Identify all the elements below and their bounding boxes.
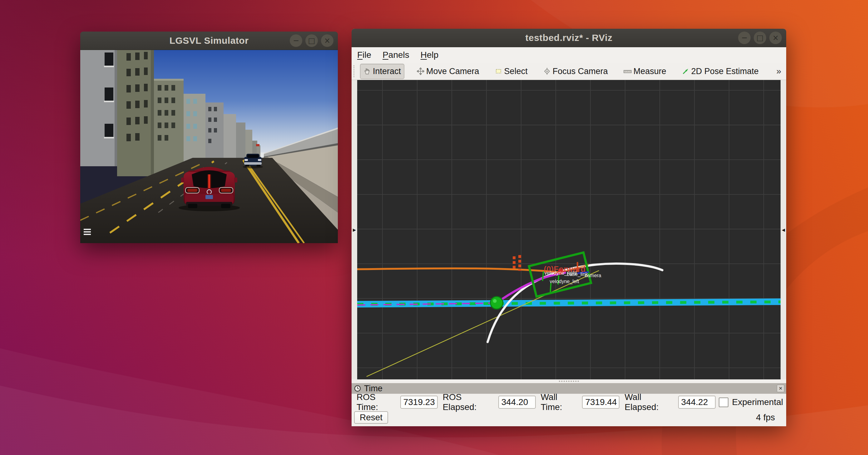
move-camera-icon xyxy=(417,67,424,75)
rviz-window: testbed.rviz* - RViz − □ × File Panels H… xyxy=(351,29,786,424)
waypoint-sphere xyxy=(491,296,503,309)
focus-camera-icon xyxy=(543,67,551,75)
maximize-button[interactable]: □ xyxy=(305,34,318,47)
desktop: LGSVL Simulator − □ × xyxy=(0,0,868,455)
lgsvl-window: LGSVL Simulator − □ × xyxy=(80,32,338,243)
wall-elapsed-field[interactable]: 344.22 xyxy=(678,396,716,409)
ros-elapsed-label: ROS Elapsed: xyxy=(443,392,495,412)
pose-estimate-arrow-icon xyxy=(682,67,689,75)
hamburger-menu-icon[interactable] xyxy=(84,229,91,235)
tf-label-velodyne-left: velodyne_left xyxy=(550,279,580,284)
guide-line xyxy=(367,271,599,376)
focus-camera-tool-button[interactable]: Focus Camera xyxy=(540,64,611,79)
menu-help[interactable]: Help xyxy=(421,50,439,60)
simulator-scene xyxy=(80,50,338,243)
far-vehicle xyxy=(256,144,259,146)
experimental-label: Experimental xyxy=(732,397,783,407)
time-panel-header: Time ✕ xyxy=(351,383,786,394)
wall-time-label: Wall Time: xyxy=(541,392,579,412)
time-panel-close-button[interactable]: ✕ xyxy=(777,385,784,392)
measure-ruler-icon xyxy=(623,67,632,75)
rviz-window-controls: − □ × xyxy=(738,29,782,47)
measure-tool-button[interactable]: Measure xyxy=(620,64,670,79)
fps-indicator: 4 fps xyxy=(756,413,775,423)
rviz-main-area: ▸ xyxy=(351,80,786,379)
experimental-checkbox[interactable] xyxy=(719,398,728,407)
pose-estimate-tool-button[interactable]: 2D Pose Estimate xyxy=(679,64,762,79)
lgsvl-window-title: LGSVL Simulator xyxy=(169,35,249,46)
interact-hand-icon xyxy=(364,67,371,75)
tool-bar: Interact Move Camera Select xyxy=(351,63,786,80)
red-car xyxy=(179,167,240,211)
close-button[interactable]: × xyxy=(769,32,782,44)
select-icon xyxy=(495,67,502,75)
maximize-button[interactable]: □ xyxy=(754,32,766,44)
lgsvl-titlebar[interactable]: LGSVL Simulator − □ × xyxy=(80,32,338,50)
toolbar-overflow-chevron[interactable]: » xyxy=(776,66,781,76)
ros-time-label: ROS Time: xyxy=(356,392,397,412)
menu-panels[interactable]: Panels xyxy=(382,50,409,60)
menu-bar: File Panels Help xyxy=(351,47,786,63)
move-camera-tool-button[interactable]: Move Camera xyxy=(414,64,483,79)
minimize-button[interactable]: − xyxy=(290,34,302,47)
ros-time-field[interactable]: 7319.23 xyxy=(400,396,438,409)
rviz-window-title: testbed.rviz* - RViz xyxy=(525,32,613,43)
wall-time-field[interactable]: 7319.44 xyxy=(582,396,619,409)
clock-icon xyxy=(354,385,361,392)
panel-splitter[interactable] xyxy=(351,379,786,383)
wall-elapsed-label: Wall Elapsed: xyxy=(624,392,675,412)
lgsvl-viewport[interactable] xyxy=(80,50,338,243)
minimize-button[interactable]: − xyxy=(738,32,751,44)
right-panel-expand-handle[interactable]: ◂ xyxy=(781,80,786,379)
reset-button[interactable]: Reset xyxy=(354,411,388,424)
rviz-scene: (0)Forward velodyne_right base_link came… xyxy=(357,80,781,379)
close-button[interactable]: × xyxy=(321,34,334,47)
rviz-titlebar[interactable]: testbed.rviz* - RViz − □ × xyxy=(351,29,786,47)
left-panel-expand-handle[interactable]: ▸ xyxy=(351,80,357,379)
time-panel-footer: Reset 4 fps xyxy=(351,410,786,426)
tf-label-camera: camera xyxy=(585,273,601,278)
lgsvl-window-controls: − □ × xyxy=(290,32,334,50)
toolbar-drag-handle[interactable] xyxy=(353,65,357,77)
experimental-group: Experimental xyxy=(719,397,783,407)
select-tool-button[interactable]: Select xyxy=(492,64,531,79)
menu-file[interactable]: File xyxy=(357,50,371,60)
rviz-3d-view[interactable]: (0)Forward velodyne_right base_link came… xyxy=(357,80,781,379)
time-panel-title: Time xyxy=(364,384,382,393)
ros-elapsed-field[interactable]: 344.20 xyxy=(498,396,536,409)
interact-tool-button[interactable]: Interact xyxy=(360,64,404,79)
time-values-row: ROS Time: 7319.23 ROS Elapsed: 344.20 Wa… xyxy=(351,394,786,410)
